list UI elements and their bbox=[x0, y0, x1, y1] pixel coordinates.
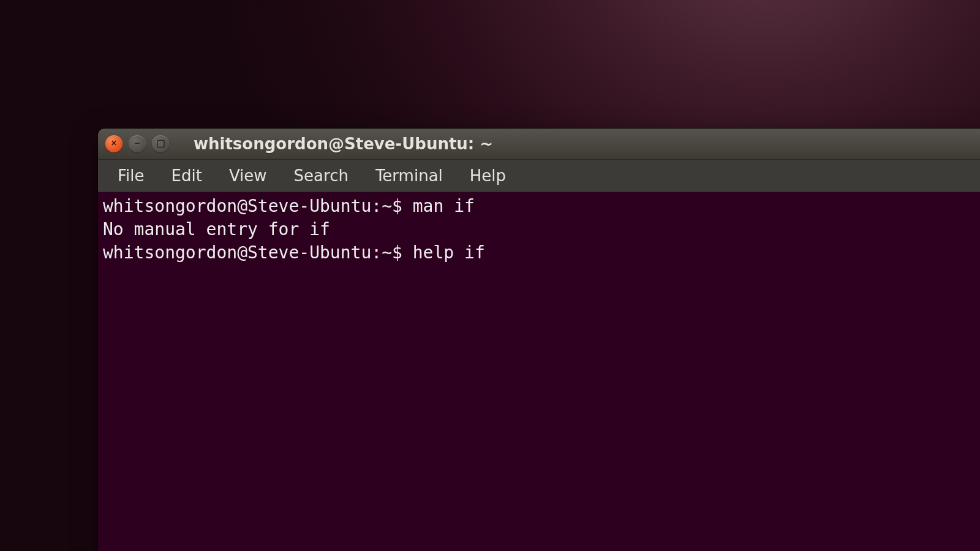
menu-search[interactable]: Search bbox=[281, 162, 362, 190]
window-controls: × – ▢ bbox=[105, 135, 169, 152]
maximize-button[interactable]: ▢ bbox=[152, 135, 169, 152]
menubar: File Edit View Search Terminal Help bbox=[98, 160, 980, 192]
output-text: No manual entry for if bbox=[103, 219, 330, 239]
terminal-line: whitsongordon@Steve-Ubuntu:~$ help if bbox=[103, 241, 975, 264]
command-text: man if bbox=[413, 196, 475, 216]
maximize-icon: ▢ bbox=[156, 138, 165, 148]
minimize-icon: – bbox=[135, 138, 140, 148]
window-title: whitsongordon@Steve-Ubuntu: ~ bbox=[194, 135, 493, 153]
menu-help[interactable]: Help bbox=[456, 162, 519, 190]
terminal-output[interactable]: whitsongordon@Steve-Ubuntu:~$ man ifNo m… bbox=[98, 192, 980, 551]
titlebar[interactable]: × – ▢ whitsongordon@Steve-Ubuntu: ~ bbox=[98, 129, 980, 160]
desktop-background: × – ▢ whitsongordon@Steve-Ubuntu: ~ File… bbox=[0, 0, 980, 551]
terminal-line: whitsongordon@Steve-Ubuntu:~$ man if bbox=[103, 195, 975, 218]
prompt: whitsongordon@Steve-Ubuntu:~$ bbox=[103, 196, 413, 216]
terminal-line: No manual entry for if bbox=[103, 218, 975, 241]
menu-file[interactable]: File bbox=[104, 162, 158, 190]
menu-edit[interactable]: Edit bbox=[158, 162, 216, 190]
menu-terminal[interactable]: Terminal bbox=[362, 162, 456, 190]
command-text: help if bbox=[413, 242, 485, 263]
terminal-window: × – ▢ whitsongordon@Steve-Ubuntu: ~ File… bbox=[98, 129, 980, 551]
prompt: whitsongordon@Steve-Ubuntu:~$ bbox=[103, 242, 413, 263]
menu-view[interactable]: View bbox=[216, 162, 281, 190]
close-icon: × bbox=[111, 138, 116, 148]
minimize-button[interactable]: – bbox=[129, 135, 146, 152]
close-button[interactable]: × bbox=[105, 135, 123, 152]
